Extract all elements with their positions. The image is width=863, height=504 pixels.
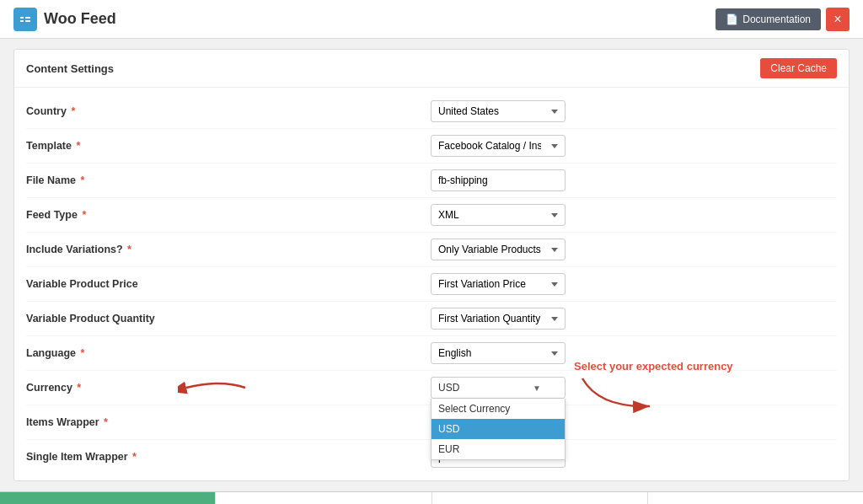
tab-ftp-sftp[interactable]: FTP/SFTP: [648, 492, 863, 504]
label-country: Country *: [26, 105, 431, 117]
content-settings-card: Content Settings Clear Cache Country * U…: [13, 49, 850, 481]
currency-option-usd[interactable]: USD: [432, 419, 565, 439]
form-row-var-price: Variable Product Price First Variation P…: [26, 267, 837, 302]
tab-advanced-filter[interactable]: Advanced Filter: [432, 492, 648, 504]
form-row-filename: File Name *: [26, 164, 837, 198]
top-bar-left: Woo Feed: [13, 8, 116, 31]
required-star-single: *: [132, 451, 137, 463]
label-language: Language *: [26, 347, 431, 359]
form-row-template: Template * Facebook Catalog / Instagr Go…: [26, 129, 837, 164]
page-title: Woo Feed: [44, 10, 116, 28]
label-filename: File Name *: [26, 174, 431, 186]
form-row-feedtype: Feed Type * XML CSV TSV: [26, 198, 837, 233]
label-variations: Include Variations? *: [26, 244, 431, 255]
currency-select-display[interactable]: USD ▼: [431, 377, 566, 399]
select-language[interactable]: English French Spanish: [431, 342, 566, 364]
control-template: Facebook Catalog / Instagr Google Shoppi…: [431, 135, 837, 157]
control-feedtype: XML CSV TSV: [431, 204, 837, 226]
required-star-template: *: [76, 140, 80, 152]
select-template[interactable]: Facebook Catalog / Instagr Google Shoppi…: [431, 135, 566, 157]
left-arrow-icon: [178, 375, 254, 400]
label-single-wrapper: Single Item Wrapper *: [26, 451, 431, 463]
svg-rect-0: [19, 13, 32, 26]
card-header-title: Content Settings: [26, 62, 114, 75]
top-bar: Woo Feed 📄 Documentation ×: [0, 0, 863, 39]
control-variations: Only Variable Products All Products: [431, 239, 837, 260]
required-star-feedtype: *: [82, 209, 86, 221]
control-currency: USD ▼ Select Currency USD EUR Select you…: [431, 377, 837, 399]
control-var-qty: First Variation Quantity Last Variation …: [431, 308, 837, 330]
required-star-filename: *: [81, 174, 85, 186]
close-button[interactable]: ×: [826, 8, 850, 31]
form-row-var-qty: Variable Product Quantity First Variatio…: [26, 302, 837, 336]
tab-filter[interactable]: Filter: [216, 492, 432, 504]
woo-icon: [13, 8, 37, 31]
currency-dropdown-list: Select Currency USD EUR: [431, 399, 566, 460]
clear-cache-button[interactable]: Clear Cache: [760, 58, 837, 78]
form-row-language: Language * English French Spanish: [26, 336, 837, 371]
form-row-variations: Include Variations? * Only Variable Prod…: [26, 233, 837, 267]
select-var-qty[interactable]: First Variation Quantity Last Variation …: [431, 308, 566, 330]
label-feedtype: Feed Type *: [26, 209, 431, 221]
currency-selected-value: USD: [438, 382, 459, 394]
control-var-price: First Variation Price Last Variation Pri…: [431, 273, 837, 295]
currency-option-placeholder[interactable]: Select Currency: [432, 399, 565, 419]
required-star: *: [71, 105, 75, 117]
currency-dropdown-container: USD ▼ Select Currency USD EUR: [431, 377, 566, 399]
required-star-currency: *: [77, 382, 81, 394]
select-feedtype[interactable]: XML CSV TSV: [431, 204, 566, 226]
documentation-button[interactable]: 📄 Documentation: [716, 8, 821, 30]
select-var-price[interactable]: First Variation Price Last Variation Pri…: [431, 273, 566, 295]
select-variations[interactable]: Only Variable Products All Products: [431, 239, 566, 260]
input-filename[interactable]: [431, 169, 566, 191]
doc-icon: 📄: [726, 13, 738, 25]
bottom-tabs: Feed Config Filter Advanced Filter FTP/S…: [0, 491, 863, 504]
label-var-qty: Variable Product Quantity: [26, 313, 431, 324]
control-filename: [431, 169, 837, 191]
select-country[interactable]: United States United Kingdom Canada: [431, 100, 566, 122]
label-var-price: Variable Product Price: [26, 278, 431, 290]
control-language: English French Spanish: [431, 342, 837, 364]
card-header: Content Settings Clear Cache: [14, 50, 849, 88]
top-bar-right: 📄 Documentation ×: [716, 8, 850, 31]
form-row-currency: Currency * USD: [26, 371, 837, 405]
chevron-down-icon: ▼: [533, 383, 541, 393]
currency-option-eur[interactable]: EUR: [432, 439, 565, 459]
control-country: United States United Kingdom Canada: [431, 100, 837, 122]
required-star-variations: *: [127, 244, 131, 255]
form-row-country: Country * United States United Kingdom C…: [26, 94, 837, 129]
label-template: Template *: [26, 140, 431, 152]
required-star-language: *: [81, 347, 85, 359]
tab-feed-config[interactable]: Feed Config: [0, 492, 216, 504]
form-body: Country * United States United Kingdom C…: [14, 88, 849, 480]
label-items-wrapper: Items Wrapper *: [26, 416, 431, 428]
label-currency: Currency *: [26, 382, 431, 394]
required-star-items: *: [104, 416, 108, 428]
main-content: Content Settings Clear Cache Country * U…: [0, 39, 863, 491]
